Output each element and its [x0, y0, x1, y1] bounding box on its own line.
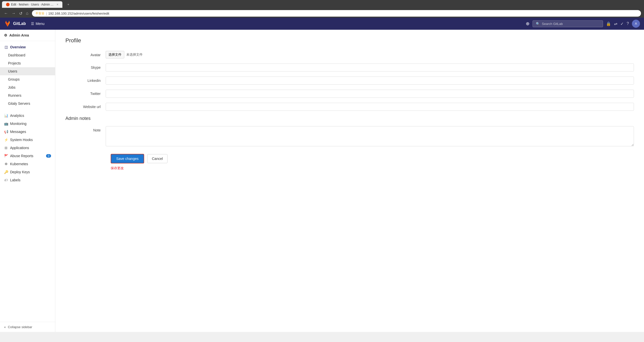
url-separator: |: [46, 12, 47, 15]
sidebar-item-projects[interactable]: Projects: [0, 59, 55, 67]
cancel-button[interactable]: Cancel: [147, 154, 168, 163]
sidebar-item-dashboard-label: Dashboard: [8, 53, 25, 57]
sidebar: ⚙ Admin Area ◫ Overview Dashboard Projec…: [0, 30, 55, 332]
avatar-label: Avatar: [65, 51, 106, 57]
sidebar-item-monitoring[interactable]: 📺 Monitoring: [0, 120, 55, 128]
tab-close-button[interactable]: ×: [57, 3, 58, 6]
form-actions: Save changes Cancel: [111, 154, 634, 163]
sidebar-item-overview-label: Overview: [10, 45, 26, 49]
forward-button[interactable]: →: [11, 11, 17, 16]
sidebar-item-dashboard[interactable]: Dashboard: [0, 51, 55, 59]
labels-icon: 🏷: [4, 178, 8, 182]
twitter-label: Twitter: [65, 90, 106, 96]
collapse-sidebar-button[interactable]: « Collapse sidebar: [0, 322, 55, 332]
twitter-input[interactable]: [106, 90, 634, 98]
sidebar-item-labels-label: Labels: [10, 178, 20, 182]
avatar[interactable]: A: [632, 20, 640, 28]
search-placeholder: Search GitLab: [542, 22, 563, 26]
sidebar-item-messages[interactable]: 📢 Messages: [0, 128, 55, 136]
lock-icon[interactable]: 🔒: [606, 21, 611, 26]
admin-area-icon: ⚙: [4, 33, 7, 37]
note-form-group: Note: [65, 126, 634, 146]
sidebar-item-deploy-keys[interactable]: 🔑 Deploy Keys: [0, 168, 55, 176]
sidebar-item-applications-label: Applications: [10, 146, 29, 150]
sidebar-item-runners[interactable]: Runners: [0, 91, 55, 99]
header-actions: ⊕ 🔍 Search GitLab 🔒 ⇌ ✓ ? A: [526, 20, 640, 28]
sidebar-item-jobs[interactable]: Jobs: [0, 83, 55, 91]
sidebar-item-kubernetes-label: Kubernetes: [10, 162, 28, 166]
help-icon[interactable]: ?: [627, 21, 629, 26]
avatar-upload-section: 选择文件 未选择文件: [106, 51, 143, 58]
skype-label: Skype: [65, 63, 106, 70]
hamburger-icon: ☰: [31, 22, 34, 26]
menu-button[interactable]: ☰ Menu: [29, 21, 47, 27]
sidebar-item-groups[interactable]: Groups: [0, 75, 55, 83]
url-text: 192.168.100.152/admin/users/feishen/edit: [48, 12, 109, 15]
twitter-form-group: Twitter: [65, 90, 634, 98]
sidebar-item-kubernetes[interactable]: ☸ Kubernetes: [0, 160, 55, 168]
menu-label: Menu: [36, 22, 45, 26]
search-bar[interactable]: 🔍 Search GitLab: [533, 20, 603, 27]
sidebar-item-analytics[interactable]: 📊 Analytics: [0, 112, 55, 120]
save-note-text: 保存更改: [111, 166, 634, 170]
app-layout: ⚙ Admin Area ◫ Overview Dashboard Projec…: [0, 30, 644, 332]
new-tab-button[interactable]: +: [63, 1, 73, 8]
avatar-choose-file-button[interactable]: 选择文件: [106, 51, 124, 58]
sidebar-item-runners-label: Runners: [8, 93, 21, 97]
home-button[interactable]: ⌂: [25, 11, 29, 16]
main-nav-section: 📊 Analytics 📺 Monitoring 📢 Messages ⚡ Sy…: [0, 110, 55, 186]
avatar-no-file-text: 未选择文件: [126, 52, 143, 57]
main-content: Profile Avatar 选择文件 未选择文件 Skype Linkedin…: [55, 30, 644, 332]
abuse-reports-icon: 🚩: [4, 154, 8, 158]
avatar-form-group: Avatar 选择文件 未选择文件: [65, 51, 634, 58]
address-bar: ← → ↺ ⌂ 不安全 | 192.168.100.152/admin/user…: [0, 9, 644, 18]
save-changes-button[interactable]: Save changes: [111, 154, 144, 163]
gitlab-logo[interactable]: GitLab: [4, 20, 26, 27]
browser-tab-bar: Edit · feishen · Users · Admin Are... × …: [0, 0, 644, 9]
sidebar-item-labels[interactable]: 🏷 Labels: [0, 176, 55, 184]
reload-button[interactable]: ↺: [18, 11, 23, 16]
search-icon: 🔍: [536, 22, 540, 26]
admin-notes-title: Admin notes: [65, 116, 634, 121]
sidebar-item-analytics-label: Analytics: [10, 114, 24, 118]
url-bar[interactable]: 不安全 | 192.168.100.152/admin/users/feishe…: [32, 10, 641, 17]
back-button[interactable]: ←: [3, 11, 9, 16]
sidebar-item-system-hooks-label: System Hooks: [10, 138, 33, 142]
applications-icon: ⊞: [4, 146, 8, 150]
overview-icon: ◫: [4, 45, 8, 49]
profile-section-title: Profile: [65, 37, 634, 44]
system-hooks-icon: ⚡: [4, 138, 8, 142]
gitlab-logo-icon: [4, 20, 11, 27]
monitoring-icon: 📺: [4, 122, 8, 126]
note-textarea[interactable]: [106, 126, 634, 146]
sidebar-item-messages-label: Messages: [10, 130, 26, 134]
sidebar-item-overview[interactable]: ◫ Overview: [0, 43, 55, 51]
sidebar-item-system-hooks[interactable]: ⚡ System Hooks: [0, 136, 55, 144]
plus-icon[interactable]: ⊕: [526, 21, 530, 26]
todo-icon[interactable]: ✓: [620, 21, 624, 26]
collapse-label: Collapse sidebar: [8, 325, 32, 329]
merge-request-icon[interactable]: ⇌: [614, 21, 617, 26]
note-label: Note: [65, 126, 106, 132]
sidebar-item-gitaly-servers-label: Gitaly Servers: [8, 101, 30, 106]
website-form-group: Website url: [65, 103, 634, 111]
sidebar-item-abuse-reports[interactable]: 🚩 Abuse Reports 0: [0, 152, 55, 160]
sidebar-item-abuse-reports-label: Abuse Reports: [10, 154, 33, 158]
active-tab[interactable]: Edit · feishen · Users · Admin Are... ×: [2, 1, 62, 8]
sidebar-item-users[interactable]: Users: [0, 67, 55, 75]
website-label: Website url: [65, 103, 106, 109]
sidebar-item-applications[interactable]: ⊞ Applications: [0, 144, 55, 152]
linkedin-input[interactable]: [106, 77, 634, 85]
skype-input[interactable]: [106, 63, 634, 72]
sidebar-item-monitoring-label: Monitoring: [10, 122, 26, 126]
sidebar-item-groups-label: Groups: [8, 77, 20, 81]
sidebar-item-deploy-keys-label: Deploy Keys: [10, 170, 30, 174]
admin-area-header: ⚙ Admin Area: [0, 30, 55, 41]
nav-buttons: ← → ↺ ⌂: [3, 11, 29, 16]
messages-icon: 📢: [4, 130, 8, 134]
website-input[interactable]: [106, 103, 634, 111]
sidebar-item-gitaly-servers[interactable]: Gitaly Servers: [0, 99, 55, 108]
gitlab-logo-text: GitLab: [13, 21, 26, 26]
linkedin-form-group: Linkedin: [65, 77, 634, 85]
analytics-icon: 📊: [4, 114, 8, 118]
